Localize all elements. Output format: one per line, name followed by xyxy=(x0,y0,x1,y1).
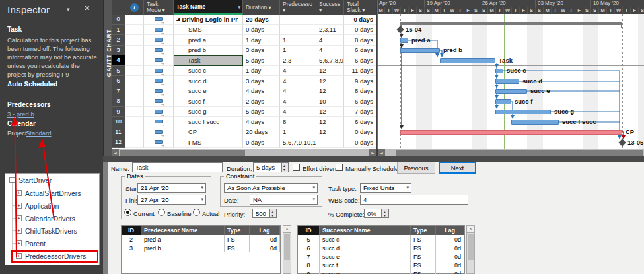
successors-cell[interactable]: 12 xyxy=(316,107,344,118)
tree-item-calendardrivers[interactable]: CalendarDrivers xyxy=(25,215,75,223)
table-row[interactable]: 4Task5 days2,35,6,7,8,96 days xyxy=(112,55,376,66)
duration-cell[interactable]: 20 days xyxy=(243,15,280,25)
successors-scrollbar[interactable]: ˄ xyxy=(466,225,475,274)
grid-hscroll-thumb[interactable] xyxy=(120,150,245,156)
cell[interactable]: FS xyxy=(411,270,436,274)
table-row[interactable]: 2pred a1 day148 days xyxy=(112,35,376,46)
tree-item-actualstartdrivers[interactable]: ActualStartDrivers xyxy=(25,189,81,197)
actual-radio[interactable] xyxy=(193,209,200,216)
cell[interactable]: pred b xyxy=(141,244,225,252)
gantt-bar[interactable] xyxy=(495,110,551,115)
duration-cell[interactable]: 0 days xyxy=(243,137,280,148)
effort-driven-checkbox[interactable] xyxy=(293,164,300,171)
percent-complete-input[interactable] xyxy=(364,209,382,218)
task-name-cell[interactable]: succ f succ xyxy=(174,117,243,127)
successor-row[interactable]: 6succ dFS0d xyxy=(298,244,464,252)
task-name-cell[interactable]: succ g xyxy=(174,107,243,118)
previous-button[interactable]: Previous xyxy=(397,162,435,174)
table-row[interactable]: 5succ c1 day41211 days xyxy=(112,66,376,77)
predecessors-cell[interactable]: 2,3 xyxy=(280,55,316,66)
predecessors-header[interactable]: Predecesso ▾ xyxy=(280,0,316,15)
predecessor-row[interactable]: 2pred aFS0d xyxy=(122,235,280,244)
duration-cell[interactable]: 20 days xyxy=(243,127,280,138)
percent-complete-spinner[interactable] xyxy=(382,209,389,218)
wbs-code-input[interactable] xyxy=(360,195,468,205)
duration-spinner[interactable] xyxy=(281,162,289,172)
cell[interactable]: succ e xyxy=(320,252,411,261)
info-column-header[interactable]: i xyxy=(125,0,144,15)
total-slack-header[interactable]: TotalSlack ▾ xyxy=(344,0,376,15)
current-radio[interactable] xyxy=(124,209,131,216)
gantt-bar[interactable] xyxy=(400,38,408,43)
predecessors-cell[interactable]: 4 xyxy=(280,96,316,107)
cell[interactable]: succ f xyxy=(320,261,411,270)
predecessors-cell[interactable]: 5,6,7,9,10,11 xyxy=(280,137,316,148)
cell[interactable]: 7 xyxy=(298,252,320,261)
cell[interactable]: 2 xyxy=(122,235,141,244)
successors-cell[interactable]: 10 xyxy=(316,96,344,107)
duration-cell[interactable]: 0 days xyxy=(243,25,280,36)
cell[interactable]: 0d xyxy=(436,244,464,252)
task-name-cell[interactable]: CP xyxy=(174,127,243,138)
tree-expand-box[interactable]: + xyxy=(16,190,22,196)
total-slack-cell[interactable]: 0 days xyxy=(344,15,376,25)
total-slack-cell[interactable]: 0 days xyxy=(344,25,376,36)
successor-row[interactable]: 7succ eFS0d xyxy=(298,252,464,261)
cell[interactable]: 0d xyxy=(436,261,464,270)
gantt-hscrollbar[interactable]: ◄ xyxy=(378,149,644,156)
total-slack-cell[interactable]: 6 days xyxy=(344,96,376,107)
total-slack-cell[interactable]: 9 days xyxy=(344,76,376,86)
cell[interactable]: succ d xyxy=(320,244,411,252)
total-slack-cell[interactable]: 6 days xyxy=(344,117,376,127)
table-row[interactable]: 8succ f2 days4106 days xyxy=(112,96,376,107)
tree-item-parent[interactable]: Parent xyxy=(25,240,46,248)
calendar-standard-link[interactable]: Standard xyxy=(26,129,52,137)
scroll-up-icon[interactable]: ˄ xyxy=(283,226,291,233)
tree-item-root[interactable]: StartDriver xyxy=(18,176,52,184)
task-name-cell[interactable]: FMS xyxy=(174,137,243,148)
duration-cell[interactable]: 5 days xyxy=(243,55,280,66)
predecessors-cell[interactable]: 4 xyxy=(280,107,316,118)
total-slack-cell[interactable]: 6 days xyxy=(344,55,376,66)
table-row[interactable]: 9succ g5 days4127 days xyxy=(112,107,376,118)
tree-expand-box[interactable]: + xyxy=(16,240,22,246)
tree-item-childtaskdrivers[interactable]: ChildTaskDrivers xyxy=(25,227,77,235)
manually-scheduled-checkbox[interactable] xyxy=(336,164,343,171)
successors-cell[interactable]: 12 xyxy=(316,117,344,127)
grid-hscrollbar[interactable]: ◄ ► xyxy=(112,149,376,156)
successors-header[interactable]: Success ▾ xyxy=(316,0,344,15)
gantt-bar[interactable] xyxy=(400,48,440,53)
task-type-select[interactable]: Fixed Units xyxy=(360,183,411,193)
predecessors-cell[interactable]: 1 xyxy=(280,35,316,46)
task-mode-header[interactable]: TaskMode ▾ xyxy=(144,0,174,15)
duration-cell[interactable]: 3 days xyxy=(243,76,280,86)
gantt-bar[interactable] xyxy=(495,99,511,104)
task-name-cell[interactable]: succ c xyxy=(174,66,243,77)
task-name-cell[interactable]: ◢Driving Logic in Pr xyxy=(174,15,243,25)
baseline-radio[interactable] xyxy=(158,209,165,216)
gantt-bar[interactable] xyxy=(495,69,503,74)
cell[interactable]: pred a xyxy=(141,235,225,244)
successors-cell[interactable]: 2,3,11 xyxy=(316,25,344,36)
pane-splitter[interactable] xyxy=(103,156,644,162)
total-slack-cell[interactable]: 0 days xyxy=(344,137,376,148)
tree-collapse-box[interactable]: − xyxy=(9,177,15,183)
expand-triangle-icon[interactable]: ◢ xyxy=(176,17,180,22)
predecessors-cell[interactable]: 1 xyxy=(280,46,316,56)
predecessors-cell[interactable]: 4 xyxy=(280,76,316,86)
gantt-bar[interactable] xyxy=(440,58,495,63)
priority-input[interactable] xyxy=(252,209,269,218)
cell[interactable]: 6 xyxy=(298,244,320,252)
cell[interactable]: 0d xyxy=(436,252,464,261)
cell[interactable]: 9 xyxy=(298,270,320,274)
baseline-radio-label[interactable]: Baseline xyxy=(167,210,191,217)
predecessors-cell[interactable]: 1 xyxy=(280,127,316,138)
successors-cell[interactable] xyxy=(316,15,344,25)
successors-cell[interactable]: 4 xyxy=(316,46,344,56)
successors-cell[interactable]: 5,6,7,8,9 xyxy=(316,55,344,66)
successor-row[interactable]: 8succ fFS0d xyxy=(298,261,464,270)
total-slack-cell[interactable]: 8 days xyxy=(344,35,376,46)
constraint-date-select[interactable]: NA xyxy=(250,195,318,205)
duration-cell[interactable]: 5 days xyxy=(243,107,280,118)
gantt-hscroll-thumb[interactable] xyxy=(396,150,643,156)
